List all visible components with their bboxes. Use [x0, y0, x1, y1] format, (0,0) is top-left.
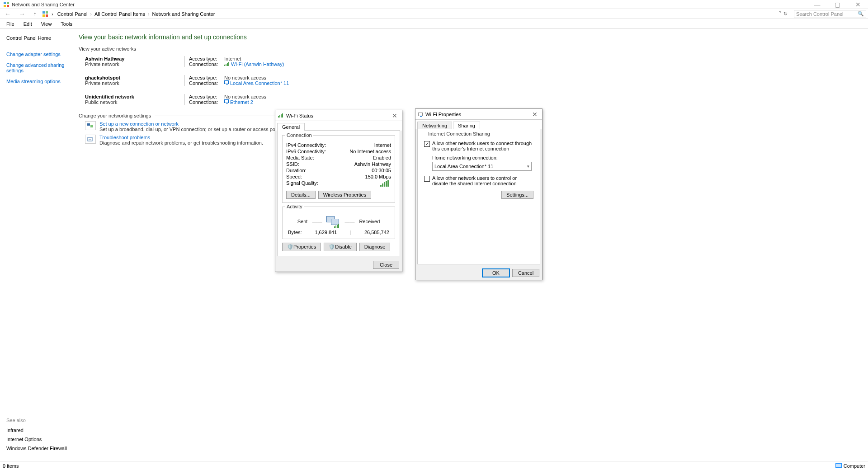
- allow-connect-checkbox[interactable]: ✓: [424, 141, 430, 147]
- up-button[interactable]: ↑: [31, 11, 39, 17]
- svg-rect-0: [4, 2, 6, 4]
- menubar: File Edit View Tools: [0, 19, 868, 29]
- svg-rect-6: [42, 14, 45, 17]
- home-connection-label: Home networking connection:: [432, 155, 533, 160]
- setup-connection-icon: [85, 121, 96, 130]
- dialog-tabs: General: [275, 121, 402, 131]
- svg-rect-3: [7, 5, 9, 7]
- dialog-titlebar[interactable]: Wi-Fi Status ✕: [275, 110, 402, 121]
- titlebar: Network and Sharing Center — ▢ ✕: [0, 0, 868, 9]
- breadcrumb-item[interactable]: Control Panel: [56, 11, 89, 17]
- svg-rect-7: [46, 14, 48, 17]
- ics-legend: Internet Connection Sharing: [427, 131, 491, 136]
- diagnose-button[interactable]: Diagnose: [359, 243, 390, 251]
- dialog-tabs: Networking Sharing: [415, 120, 542, 129]
- dialog-title: Wi-Fi Properties: [425, 112, 461, 117]
- connection-link[interactable]: Local Area Connection* 11: [230, 80, 289, 86]
- task-description: Diagnose and repair network problems, or…: [99, 140, 263, 146]
- network-block: Ashwin Hathway Private network Access ty…: [85, 56, 868, 67]
- search-icon: 🔍: [858, 11, 864, 17]
- ipv6-label: IPv6 Connectivity:: [286, 149, 326, 154]
- app-icon: [3, 1, 10, 8]
- ssid-label: SSID:: [286, 161, 299, 167]
- dialog-close-button[interactable]: ✕: [390, 112, 399, 119]
- shield-icon: 🛡️: [329, 244, 335, 249]
- network-name: Unidentified network: [85, 94, 179, 99]
- bytes-recv-value: 26,585,742: [364, 230, 389, 235]
- breadcrumb-item[interactable]: Network and Sharing Center: [151, 11, 217, 17]
- menu-view[interactable]: View: [37, 21, 57, 27]
- monitor-icon: [835, 463, 842, 468]
- cancel-button[interactable]: Cancel: [512, 269, 539, 277]
- window-title: Network and Sharing Center: [12, 2, 75, 7]
- sidebar: Control Panel Home Change adapter settin…: [0, 29, 79, 460]
- signal-quality-icon: [380, 180, 391, 187]
- back-button[interactable]: ←: [2, 10, 14, 18]
- access-type-label: Access type:: [189, 94, 224, 99]
- forward-button[interactable]: →: [16, 10, 28, 18]
- see-also-label: See also: [6, 418, 72, 423]
- activity-legend: Activity: [285, 204, 304, 209]
- wireless-properties-button[interactable]: Wireless Properties: [318, 191, 371, 199]
- network-type: Private network: [85, 61, 179, 67]
- ok-button[interactable]: OK: [482, 269, 509, 277]
- minimize-button[interactable]: —: [807, 0, 827, 9]
- see-also-firewall[interactable]: Windows Defender Firewall: [6, 444, 72, 453]
- media-label: Media State:: [286, 155, 314, 160]
- task-link[interactable]: Troubleshoot problems: [99, 135, 263, 140]
- address-refresh: ˅ ↻: [779, 11, 791, 17]
- dialog-title: Wi-Fi Status: [286, 113, 313, 118]
- search-box[interactable]: Search Control Panel 🔍: [794, 10, 866, 18]
- window-controls: — ▢ ✕: [807, 0, 868, 9]
- properties-button[interactable]: 🛡️Properties: [282, 243, 321, 251]
- svg-rect-1: [7, 2, 9, 4]
- sidebar-link-sharing[interactable]: Change advanced sharing settings: [6, 61, 72, 75]
- close-button[interactable]: ✕: [848, 0, 868, 9]
- tab-networking[interactable]: Networking: [417, 122, 452, 129]
- control-panel-icon: [42, 10, 49, 18]
- ethernet-icon: [224, 99, 229, 103]
- dialog-footer: OK Cancel: [415, 266, 542, 280]
- breadcrumb: Control Panel › All Control Panel Items …: [56, 11, 776, 17]
- network-type: Public network: [85, 99, 179, 105]
- menu-edit[interactable]: Edit: [19, 21, 37, 27]
- sidebar-home[interactable]: Control Panel Home: [6, 33, 72, 42]
- divider: ——: [344, 219, 354, 224]
- tab-sharing[interactable]: Sharing: [453, 122, 480, 129]
- home-connection-dropdown[interactable]: Local Area Connection* 11 ▾: [432, 162, 532, 171]
- breadcrumb-item[interactable]: All Control Panel Items: [93, 11, 146, 17]
- disable-button[interactable]: 🛡️Disable: [324, 243, 357, 251]
- dialog-close-button[interactable]: ✕: [530, 111, 539, 118]
- settings-button[interactable]: Settings...: [501, 191, 533, 199]
- close-button[interactable]: Close: [373, 261, 399, 269]
- connections-label: Connections:: [189, 61, 224, 67]
- details-button[interactable]: Details...: [286, 191, 316, 199]
- connection-link[interactable]: Wi-Fi (Ashwin Hathway): [231, 61, 284, 67]
- history-dropdown[interactable]: ˅: [779, 11, 782, 17]
- menu-file[interactable]: File: [2, 21, 19, 27]
- tab-general[interactable]: General: [277, 123, 305, 131]
- connection-legend: Connection: [285, 132, 313, 138]
- see-also-internet-options[interactable]: Internet Options: [6, 435, 72, 444]
- maximize-button[interactable]: ▢: [827, 0, 848, 9]
- refresh-button[interactable]: ↻: [783, 11, 788, 17]
- svg-rect-5: [46, 11, 48, 14]
- speed-label: Speed:: [286, 174, 302, 179]
- sent-label: Sent: [297, 219, 308, 224]
- task-link[interactable]: Set up a new connection or network: [99, 121, 282, 127]
- breadcrumb-sep: ›: [89, 11, 93, 17]
- connections-label: Connections:: [189, 80, 224, 86]
- sidebar-link-adapter[interactable]: Change adapter settings: [6, 50, 72, 59]
- see-also-infrared[interactable]: Infrared: [6, 426, 72, 435]
- media-value: Enabled: [373, 155, 391, 160]
- bytes-label: Bytes:: [288, 230, 302, 235]
- allow-control-checkbox[interactable]: [424, 176, 430, 182]
- dialog-titlebar[interactable]: Wi-Fi Properties ✕: [415, 109, 542, 120]
- connection-link[interactable]: Ethernet 2: [230, 99, 253, 105]
- adapter-icon: [418, 113, 423, 116]
- ipv4-label: IPv4 Connectivity:: [286, 142, 326, 148]
- sidebar-link-media[interactable]: Media streaming options: [6, 77, 72, 86]
- wifi-properties-dialog: Wi-Fi Properties ✕ Networking Sharing In…: [415, 108, 542, 280]
- divider: [140, 49, 339, 49]
- menu-tools[interactable]: Tools: [56, 21, 77, 27]
